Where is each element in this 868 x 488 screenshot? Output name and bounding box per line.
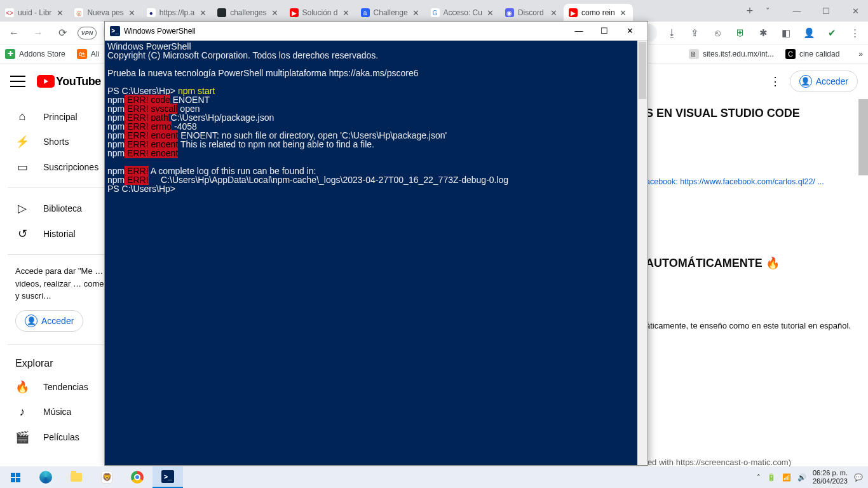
tab-favicon (217, 8, 226, 17)
bookmark-label: Ali (91, 50, 99, 58)
tab-label: Nueva pes (87, 8, 123, 17)
browser-tab[interactable]: ▶como rein✕ (564, 4, 633, 22)
youtube-logo-text: YouTube (56, 75, 101, 88)
description-fragment: áticamente, te enseño como en este tutor… (646, 321, 860, 330)
vpn-badge[interactable]: VPN (78, 27, 97, 39)
browser-tab[interactable]: <>uuid - Libr✕ (0, 4, 69, 22)
chrome-chevron-down-icon[interactable]: ˅ (759, 6, 776, 16)
extensions-icon[interactable]: ✱ (755, 25, 771, 41)
sidebar-item-icon: ▷ (15, 201, 29, 215)
bookmark-item[interactable]: Ccine calidad (785, 49, 839, 59)
recorder-note-fragment: led with https://screencast-o-matic.com) (646, 458, 860, 467)
bookmarks-overflow[interactable]: » (858, 50, 863, 58)
powershell-titlebar[interactable]: >_ Windows PowerShell — ☐ ✕ (105, 22, 648, 41)
sidebar-item-icon: ⚡ (15, 135, 29, 149)
bookmark-item[interactable]: 🗎sites.itsf.edu.mx/int... (689, 49, 774, 59)
bookmark-label: sites.itsf.edu.mx/int... (703, 50, 774, 58)
tab-label: como rein (581, 8, 615, 17)
user-circle-icon: 👤 (25, 315, 37, 327)
tray-volume-icon[interactable]: 🔊 (797, 473, 806, 482)
sidebar-item-icon: 🔥 (15, 380, 29, 394)
tab-strip: <>uuid - Libr✕◎Nueva pes✕●https://lp.a✕c… (0, 0, 741, 22)
tab-close-icon[interactable]: ✕ (619, 8, 628, 17)
tab-label: Acceso: Cu (444, 8, 482, 17)
ps-maximize-button[interactable]: ☐ (592, 22, 617, 40)
tab-favicon: a (361, 8, 370, 17)
browser-tab[interactable]: challenges✕ (212, 4, 284, 22)
sidepanel-icon[interactable]: ◧ (778, 25, 794, 41)
tab-close-icon[interactable]: ✕ (198, 8, 207, 17)
ps-scrollbar-thumb[interactable] (639, 42, 646, 99)
tray-notifications-icon[interactable]: 💬 (854, 473, 863, 482)
taskbar-brave[interactable]: 🦁 (92, 466, 122, 488)
tab-close-icon[interactable]: ✕ (412, 8, 421, 17)
shield-icon[interactable]: ⛨ (732, 25, 749, 41)
tab-close-icon[interactable]: ✕ (271, 8, 280, 17)
taskbar-chrome[interactable] (122, 466, 153, 488)
taskbar-edge[interactable] (31, 466, 61, 488)
profile-icon[interactable]: 👤 (801, 25, 817, 41)
browser-tab[interactable]: ◎Nueva pes✕ (69, 4, 141, 22)
share-icon[interactable]: ⇪ (686, 25, 703, 41)
tab-favicon: ● (147, 8, 156, 17)
sign-in-button[interactable]: 👤 Acceder (790, 71, 858, 92)
description-link-fragment[interactable]: acebook: https://www.facebook.com/carlos… (646, 177, 860, 186)
tab-close-icon[interactable]: ✕ (550, 8, 559, 17)
powershell-icon: >_ (110, 26, 120, 36)
tray-chevron-up-icon[interactable]: ˄ (757, 473, 761, 482)
ps-scrollbar[interactable] (637, 41, 648, 465)
tab-favicon: ◎ (74, 8, 83, 17)
powershell-window: >_ Windows PowerShell — ☐ ✕ Windows Powe… (104, 21, 648, 466)
tray-wifi-icon[interactable]: 📶 (782, 473, 791, 482)
download-icon[interactable]: ⭳ (663, 25, 680, 41)
sidebar-item-label: Películas (43, 432, 79, 442)
tab-favicon: <> (5, 8, 14, 17)
bookmark-item[interactable]: ✚Addons Store (5, 49, 65, 59)
bookmark-label: cine calidad (799, 50, 839, 58)
tab-label: Discord (518, 8, 546, 17)
start-button[interactable] (0, 466, 31, 488)
tab-label: Challenge (374, 8, 408, 17)
sidebar-item-label: Tendencias (43, 382, 88, 392)
sidebar-item-icon: ♪ (15, 405, 29, 419)
bookmark-item[interactable]: 🛍Ali (77, 49, 99, 59)
chrome-menu-button[interactable]: ⋮ (846, 25, 863, 41)
tray-date: 26/04/2023 (813, 477, 848, 485)
youtube-logo[interactable]: YouTube (37, 75, 101, 88)
settings-menu-button[interactable]: ⋮ (770, 74, 781, 88)
browser-tab[interactable]: ▶Solución d✕ (285, 4, 356, 22)
forward-button[interactable]: → (29, 24, 47, 42)
browser-tab[interactable]: GAcceso: Cu✕ (426, 4, 500, 22)
chrome-close-button[interactable]: ✕ (846, 6, 864, 16)
page-scrollbar-thumb[interactable] (858, 99, 868, 175)
tray-clock[interactable]: 06:26 p. m. 26/04/2023 (813, 469, 848, 485)
sidebar-sign-in-button[interactable]: 👤 Acceder (15, 310, 83, 332)
tray-battery-icon[interactable]: 🔋 (767, 473, 776, 482)
taskbar-powershell[interactable]: >_ (153, 466, 183, 488)
chrome-maximize-button[interactable]: ☐ (817, 6, 835, 16)
tab-close-icon[interactable]: ✕ (342, 8, 351, 17)
bookmark-icon: 🗎 (689, 49, 699, 59)
chrome-minimize-button[interactable]: — (788, 6, 806, 16)
back-button[interactable]: ← (5, 24, 23, 42)
new-tab-button[interactable]: + (741, 0, 759, 22)
browser-tab[interactable]: ●https://lp.a✕ (142, 4, 212, 22)
tab-label: challenges (230, 8, 266, 17)
ps-close-button[interactable]: ✕ (617, 22, 642, 40)
browser-tab[interactable]: aChallenge✕ (356, 4, 426, 22)
guide-button[interactable] (10, 76, 25, 87)
reload-button[interactable]: ⟳ (53, 24, 71, 42)
sidebar-item-label: Suscripciones (43, 162, 98, 172)
browser-tab[interactable]: ◉Discord✕ (500, 4, 564, 22)
powershell-terminal[interactable]: Windows PowerShell Copyright (C) Microso… (105, 41, 648, 465)
tab-close-icon[interactable]: ✕ (128, 8, 137, 17)
adguard-icon[interactable]: ✔ (824, 25, 840, 41)
ps-minimize-button[interactable]: — (566, 22, 592, 40)
tab-favicon: ◉ (505, 8, 514, 17)
sign-in-label: Acceder (816, 76, 848, 86)
relay-icon[interactable]: ⎋ (709, 25, 726, 41)
tab-close-icon[interactable]: ✕ (55, 8, 64, 17)
bookmark-label: Addons Store (19, 50, 65, 58)
tab-close-icon[interactable]: ✕ (486, 8, 495, 17)
taskbar-file-explorer[interactable] (61, 466, 92, 488)
